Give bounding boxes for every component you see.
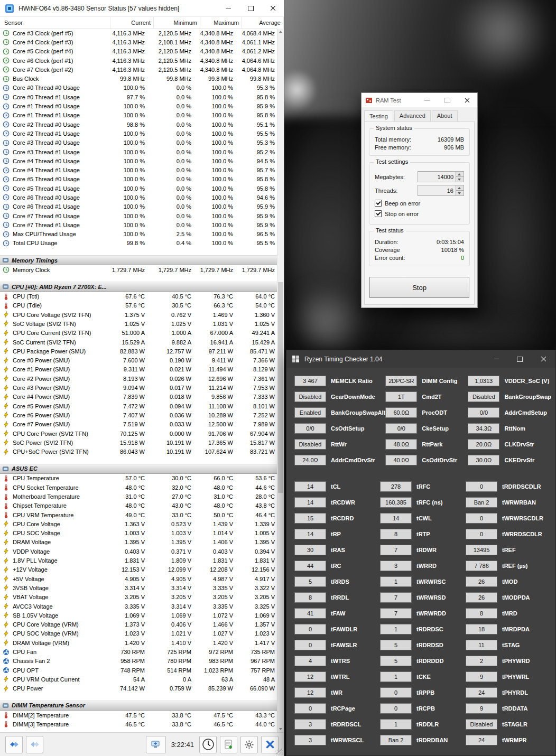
maximize-icon[interactable] [239, 0, 262, 16]
sensor-row[interactable]: Core #0 Thread #0 Usage100.0 %0.0 %100.0… [0, 83, 277, 92]
tab-about[interactable]: About [432, 110, 458, 122]
sensor-row[interactable]: CPU OPT748 RPM514 RPM1,023 RPM757 RPM [0, 666, 277, 675]
sensor-row[interactable]: Core #7 Power (SMU)7.519 W0.033 W12.500 … [0, 420, 277, 429]
sensor-row[interactable]: DRAM Voltage (VRM)1.420 V1.410 V1.420 V1… [0, 638, 277, 647]
sensor-row[interactable]: Memory Clock1,729.7 MHz1,729.7 MHz1,729.… [0, 265, 277, 274]
stop-on-error-checkbox[interactable] [375, 210, 382, 217]
sensor-row[interactable]: +12V Voltage12.153 V12.099 V12.208 V12.1… [0, 565, 277, 574]
sensor-row[interactable]: Core #5 Thread #1 Usage100.0 %0.0 %100.0… [0, 184, 277, 193]
arrows-button-1[interactable] [5, 736, 23, 753]
beep-on-error-checkbox[interactable] [375, 200, 382, 207]
tab-advanced[interactable]: Advanced [394, 110, 431, 122]
sensor-row[interactable]: CPU Core Power (SVI2 TFN)70.125 W0.000 W… [0, 429, 277, 438]
sensor-row[interactable]: SoC Power (SVI2 TFN)15.918 W10.191 W17.3… [0, 438, 277, 447]
sensor-row[interactable]: VBAT Voltage3.205 V3.205 V3.205 V3.205 V [0, 593, 277, 602]
sensor-row[interactable]: Core #4 Clock (perf #3)4,116.3 MHz2,108.… [0, 38, 277, 46]
sensor-row[interactable]: Motherboard Temperature31.0 °C27.0 °C31.… [0, 492, 277, 501]
sensor-row[interactable]: Core #1 Power (SMU)9.311 W0.021 W11.494 … [0, 365, 277, 374]
sensor-row[interactable]: CPU SOC Voltage (VRM)1.023 V1.021 V1.027… [0, 629, 277, 638]
sensor-row[interactable]: AVCC3 Voltage3.335 V3.314 V3.335 V3.325 … [0, 602, 277, 611]
hwinfo-scrollbar[interactable] [277, 29, 284, 732]
sensor-row[interactable]: CPU Fan730 RPM725 RPM972 RPM735 RPM [0, 647, 277, 656]
sensor-row[interactable]: Core #7 Clock (perf #2)4,116.3 MHz2,120.… [0, 65, 277, 74]
minimize-icon[interactable] [217, 0, 239, 16]
sensor-row[interactable]: Core #2 Power (SMU)8.193 W0.026 W12.696 … [0, 374, 277, 383]
sensor-row[interactable]: CPU (Tctl)67.6 °C40.5 °C76.3 °C64.0 °C [0, 292, 277, 301]
sensor-row[interactable]: DRAM Voltage1.395 V1.395 V1.406 V1.395 V [0, 538, 277, 547]
sensor-row[interactable]: SoC Voltage (SVI2 TFN)1.025 V1.025 V1.03… [0, 319, 277, 328]
sensor-row[interactable]: Core #4 Thread #1 Usage100.0 %0.0 %100.0… [0, 165, 277, 174]
sensor-row[interactable]: Core #7 Thread #1 Usage100.0 %0.0 %100.0… [0, 220, 277, 229]
sensor-row[interactable]: DIMM[3] Temperature46.5 °C33.8 °C46.5 °C… [0, 720, 277, 729]
sensor-row[interactable]: CPU (Tdie)57.6 °C30.5 °C66.3 °C54.0 °C [0, 301, 277, 310]
column-average[interactable]: Average [242, 17, 284, 29]
sensor-row[interactable]: Core #2 Thread #1 Usage100.0 %0.0 %100.0… [0, 129, 277, 138]
threads-value[interactable]: 16 [418, 185, 456, 195]
sensor-row[interactable]: CPU VRM Output Current54 A0 A63 A48 A [0, 675, 277, 684]
sensor-row[interactable]: Bus Clock99.8 MHz99.8 MHz99.8 MHz99.8 MH… [0, 74, 277, 83]
minimize-icon[interactable] [484, 350, 508, 368]
column-sensor[interactable]: Sensor [0, 17, 110, 29]
sensor-row[interactable]: Core #6 Thread #1 Usage100.0 %0.0 %100.0… [0, 202, 277, 211]
sensor-row[interactable]: Core #1 Thread #0 Usage100.0 %0.0 %100.0… [0, 101, 277, 110]
sensor-row[interactable]: SoC Current (SVI2 TFN)15.529 A9.882 A16.… [0, 338, 277, 347]
minimize-icon[interactable] [417, 93, 437, 107]
settings-gear-button[interactable] [240, 736, 258, 753]
sensor-row[interactable]: Core #3 Thread #1 Usage100.0 %0.0 %100.0… [0, 147, 277, 156]
sensor-row[interactable]: Core #0 Thread #1 Usage97.7 %0.0 %100.0 … [0, 92, 277, 101]
sensor-row[interactable]: CPU SOC Voltage1.003 V1.003 V1.014 V1.00… [0, 529, 277, 538]
sensor-row[interactable]: CPU Core Voltage (SVI2 TFN)1.375 V0.762 … [0, 310, 277, 319]
sensor-row[interactable]: Core #3 Thread #0 Usage100.0 %0.0 %100.0… [0, 138, 277, 147]
column-maximum[interactable]: Maximum [200, 17, 242, 29]
sensor-row[interactable]: CPU+SoC Power (SVI2 TFN)86.043 W10.191 W… [0, 447, 277, 456]
section-header[interactable]: DIMM Temperature Sensor [0, 701, 277, 711]
maximize-icon[interactable] [437, 93, 457, 107]
sensor-row[interactable]: 3VSB Voltage3.314 V3.314 V3.335 V3.322 V [0, 583, 277, 592]
sensor-row[interactable]: Chipset Temperature48.0 °C43.0 °C48.0 °C… [0, 501, 277, 510]
maximize-icon[interactable] [508, 350, 532, 368]
tab-testing[interactable]: Testing [364, 110, 393, 122]
column-current[interactable]: Current [110, 17, 154, 29]
sensor-row[interactable]: Core #7 Thread #0 Usage100.0 %0.0 %100.0… [0, 211, 277, 220]
sensor-row[interactable]: Core #5 Thread #0 Usage100.0 %0.0 %100.0… [0, 175, 277, 184]
sensor-row[interactable]: DIMM[2] Temperature47.5 °C33.8 °C47.5 °C… [0, 711, 277, 720]
sensor-row[interactable]: CPU Core Current (SVI2 TFN)51.000 A1.000… [0, 329, 277, 338]
sensor-row[interactable]: SB 1.05V Voltage1.069 V1.069 V1.072 V1.0… [0, 611, 277, 620]
stepper-up-icon[interactable] [456, 185, 464, 191]
threads-stepper[interactable]: 16 [418, 185, 464, 196]
sensor-row[interactable]: Core #2 Thread #0 Usage98.8 %0.0 %100.0 … [0, 120, 277, 129]
sensor-row[interactable]: Max CPU/Thread Usage100.0 %2.5 %100.0 %9… [0, 230, 277, 239]
close-icon[interactable] [532, 350, 555, 368]
sensor-row[interactable]: CPU Temperature57.0 °C30.0 °C66.0 °C53.6… [0, 474, 277, 483]
sensor-row[interactable]: Core #0 Power (SMU)7.600 W0.190 W9.411 W… [0, 356, 277, 365]
clock-button[interactable] [199, 736, 217, 753]
sensor-row[interactable]: Core #6 Power (SMU)7.407 W0.036 W10.289 … [0, 410, 277, 419]
sensor-row[interactable]: Chassis Fan 2958 RPM780 RPM983 RPM967 RP… [0, 657, 277, 666]
sensor-row[interactable]: Total CPU Usage99.8 %0.4 %100.0 %95.5 % [0, 239, 277, 248]
sensor-row[interactable]: CPU Core Voltage1.363 V0.523 V1.439 V1.3… [0, 519, 277, 528]
sensor-row[interactable]: CPU Power74.142 W0.759 W85.239 W66.090 W [0, 684, 277, 693]
sensor-row[interactable]: CPU Core Voltage (VRM)1.373 V0.406 V1.46… [0, 620, 277, 629]
sensor-row[interactable]: Core #5 Power (SMU)7.472 W0.094 W11.108 … [0, 402, 277, 410]
scroll-down-icon[interactable] [277, 726, 284, 732]
section-header[interactable]: Memory Timings [0, 255, 277, 265]
stepper-arrows[interactable] [456, 185, 464, 195]
sensor-row[interactable]: Core #3 Clock (perf #5)4,116.3 MHz2,120.… [0, 29, 277, 38]
sensor-row[interactable]: Core #1 Thread #1 Usage100.0 %0.0 %100.0… [0, 111, 277, 120]
stepper-arrows[interactable] [456, 172, 464, 182]
close-icon[interactable] [262, 0, 284, 16]
sensor-row[interactable]: CPU Socket Temperature48.0 °C32.0 °C48.0… [0, 483, 277, 492]
remote-monitor-button[interactable] [146, 736, 166, 753]
megabytes-value[interactable]: 14000 [418, 172, 456, 182]
stepper-up-icon[interactable] [456, 172, 464, 177]
sensor-row[interactable]: VDDP Voltage0.403 V0.371 V0.403 V0.394 V [0, 547, 277, 556]
stepper-down-icon[interactable] [456, 191, 464, 195]
sensor-row[interactable]: Core #3 Power (SMU)9.094 W0.017 W11.214 … [0, 383, 277, 392]
sensor-row[interactable]: Core #6 Clock (perf #1)4,116.3 MHz2,120.… [0, 56, 277, 65]
sensor-row[interactable]: CPU Package Power (SMU)82.883 W12.757 W9… [0, 347, 277, 356]
section-header[interactable]: CPU [#0]: AMD Ryzen 7 2700X: E... [0, 282, 277, 292]
arrows-button-2[interactable] [26, 736, 43, 753]
column-minimum[interactable]: Minimum [154, 17, 200, 29]
scroll-up-icon[interactable] [277, 29, 284, 35]
resize-grip[interactable] [276, 749, 283, 755]
